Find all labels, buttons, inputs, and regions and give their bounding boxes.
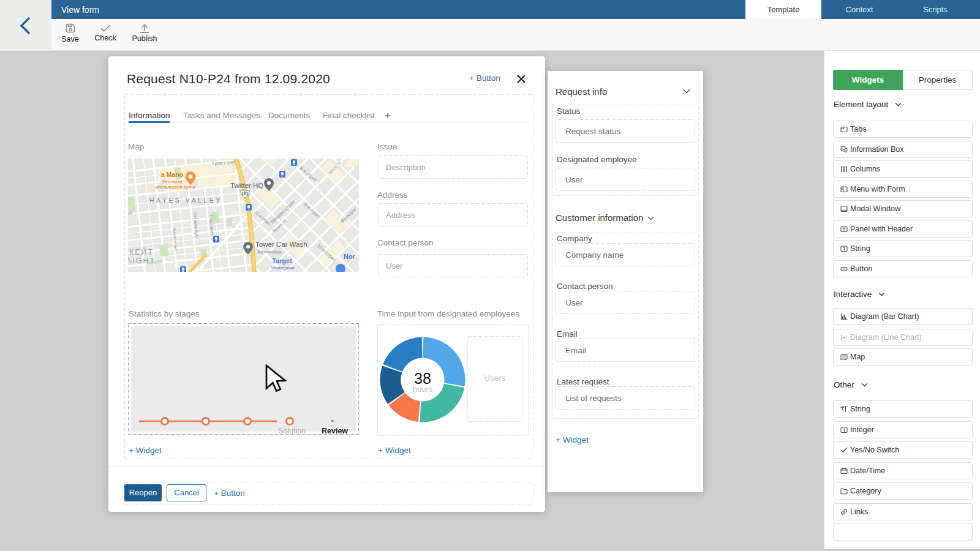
svg-text:Ресторан: Ресторан xyxy=(162,179,183,184)
svg-text:HAYES VALLEY: HAYES VALLEY xyxy=(149,197,222,204)
svg-text:AIGHT: AIGHT xyxy=(128,257,156,265)
svg-text:Nor: Nor xyxy=(344,253,356,260)
svg-text:Tower Car Wash: Tower Car Wash xyxy=(255,241,307,248)
svg-text:Twitter HQ: Twitter HQ xyxy=(230,182,263,189)
svg-text:итальянской кухни: итальянской кухни xyxy=(156,184,195,190)
svg-text:Автомойка: Автомойка xyxy=(257,249,282,255)
svg-text:a Mano: a Mano xyxy=(161,171,183,178)
svg-text:ит: ит xyxy=(128,211,133,216)
svg-text:Универмаг: Универмаг xyxy=(271,265,295,271)
svg-text:КЕЙТ: КЕЙТ xyxy=(129,247,154,257)
svg-text:Target: Target xyxy=(272,257,292,264)
svg-text:101: 101 xyxy=(242,192,249,196)
